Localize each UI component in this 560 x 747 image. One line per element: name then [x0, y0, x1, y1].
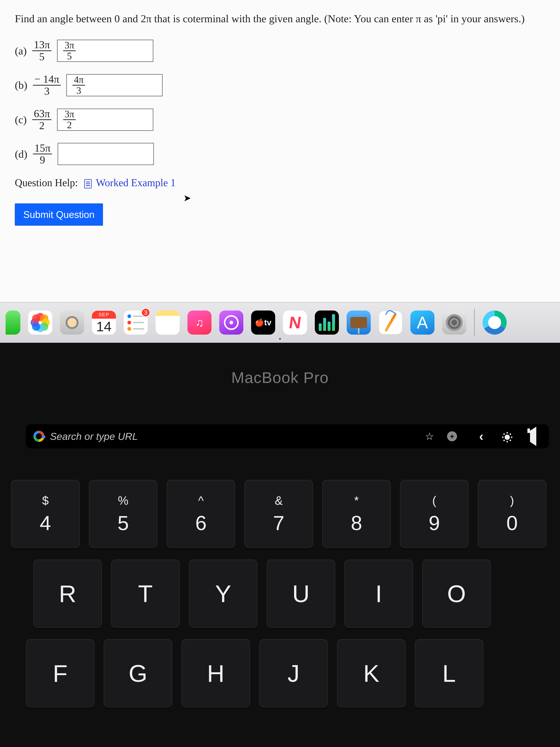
- question-prompt: Find an angle between 0 and 2π that is c…: [15, 11, 545, 26]
- key-8[interactable]: *8: [322, 480, 391, 548]
- help-label: Question Help:: [15, 177, 78, 188]
- answer-input-c[interactable]: 3π 2: [57, 108, 153, 131]
- reminders-icon[interactable]: 3: [124, 310, 148, 335]
- key-row-numbers: $4 %5 ^6 &7 *8 (9 )0: [4, 480, 556, 548]
- key-0[interactable]: )0: [478, 480, 546, 548]
- dock-separator: [474, 309, 475, 336]
- back-icon[interactable]: ‹: [473, 429, 490, 444]
- music-icon[interactable]: ♫: [187, 310, 212, 335]
- answer-fraction-b: 4π 3: [73, 75, 85, 96]
- document-icon: [84, 179, 92, 188]
- google-logo-icon: [33, 431, 45, 442]
- facetime-icon[interactable]: [5, 310, 20, 335]
- part-label-d: (d): [15, 148, 27, 160]
- key-6[interactable]: ^6: [167, 480, 235, 548]
- system-preferences-icon[interactable]: [442, 310, 466, 335]
- answer-fraction-c: 3π 2: [63, 109, 76, 130]
- podcasts-icon[interactable]: [219, 310, 243, 335]
- touch-bar: Search or type URL ☆ + ‹: [26, 424, 549, 448]
- key-t[interactable]: T: [111, 560, 180, 628]
- notes-icon[interactable]: [156, 310, 180, 335]
- keyboard: $4 %5 ^6 &7 *8 (9 )0 R T Y U I O F G H J…: [0, 472, 560, 747]
- key-row-asdf: F G H J K L: [4, 639, 556, 708]
- edge-browser-icon[interactable]: [483, 310, 507, 335]
- pages-icon[interactable]: [378, 310, 403, 335]
- answer-input-d[interactable]: [58, 143, 154, 165]
- calendar-icon[interactable]: SEP 14: [92, 310, 116, 335]
- key-l[interactable]: L: [415, 639, 483, 708]
- key-y[interactable]: Y: [189, 560, 258, 628]
- part-label-a: (a): [15, 45, 27, 57]
- key-4[interactable]: $4: [11, 480, 80, 548]
- answer-input-b[interactable]: 4π 3: [66, 74, 163, 96]
- key-7[interactable]: &7: [244, 480, 313, 548]
- key-f[interactable]: F: [26, 639, 95, 708]
- new-tab-button[interactable]: +: [447, 431, 464, 441]
- given-fraction-c: 63π 2: [32, 108, 51, 131]
- key-u[interactable]: U: [267, 560, 335, 628]
- given-fraction-a: 13π 5: [32, 39, 51, 62]
- photos-icon[interactable]: [28, 310, 52, 335]
- apple-logo-icon: 🍎: [255, 318, 264, 327]
- plus-icon: +: [447, 431, 457, 441]
- key-o[interactable]: O: [422, 560, 491, 628]
- answer-input-a[interactable]: 3π 5: [57, 40, 153, 62]
- key-h[interactable]: H: [182, 639, 250, 708]
- part-b: (b) − 14π 3 4π 3: [15, 74, 545, 97]
- key-5[interactable]: %5: [89, 480, 157, 548]
- key-j[interactable]: J: [259, 639, 328, 708]
- macbook-pro-label: MacBook Pro: [0, 369, 560, 387]
- given-fraction-d: 15π 9: [33, 143, 52, 166]
- key-r[interactable]: R: [33, 560, 102, 628]
- apple-tv-icon[interactable]: 🍎tv: [251, 310, 275, 335]
- cursor-icon: ➤: [183, 193, 191, 203]
- part-label-c: (c): [15, 113, 27, 126]
- gear-icon: [446, 314, 462, 331]
- key-g[interactable]: G: [104, 639, 172, 708]
- stocks-icon[interactable]: [315, 310, 339, 335]
- running-indicator-icon: [279, 338, 281, 340]
- keynote-icon[interactable]: [347, 310, 371, 335]
- calendar-day: 14: [96, 319, 111, 334]
- calendar-month: SEP: [92, 311, 116, 319]
- part-d: (d) 15π 9: [15, 143, 545, 166]
- speaker-icon[interactable]: [525, 431, 541, 442]
- touchbar-search[interactable]: Search or type URL: [33, 431, 412, 442]
- answer-fraction-a: 3π 5: [63, 40, 76, 61]
- key-i[interactable]: I: [344, 560, 413, 628]
- part-label-b: (b): [15, 79, 27, 91]
- part-a: (a) 13π 5 3π 5: [15, 39, 545, 62]
- question-help-row: Question Help: Worked Example 1: [15, 177, 545, 188]
- part-c: (c) 63π 2 3π 2: [15, 108, 545, 131]
- laptop-body: MacBook Pro Search or type URL ☆ + ‹ $4 …: [0, 343, 560, 747]
- star-icon[interactable]: ☆: [421, 431, 438, 442]
- touchbar-search-placeholder: Search or type URL: [50, 431, 138, 442]
- browser-content: Find an angle between 0 and 2π that is c…: [0, 0, 560, 302]
- submit-button[interactable]: Submit Question: [15, 203, 103, 226]
- worked-example-link[interactable]: Worked Example 1: [96, 177, 176, 188]
- app-store-icon[interactable]: A: [410, 310, 434, 335]
- contacts-icon[interactable]: [60, 310, 84, 335]
- reminders-badge: 3: [141, 308, 150, 317]
- key-k[interactable]: K: [337, 639, 405, 708]
- brightness-icon[interactable]: [499, 431, 515, 442]
- news-icon[interactable]: N: [283, 310, 307, 335]
- key-9[interactable]: (9: [400, 480, 469, 548]
- given-fraction-b: − 14π 3: [33, 74, 61, 97]
- macos-dock: SEP 14 3 ♫ 🍎tv N A: [0, 302, 560, 343]
- key-row-qwerty: R T Y U I O: [4, 560, 556, 628]
